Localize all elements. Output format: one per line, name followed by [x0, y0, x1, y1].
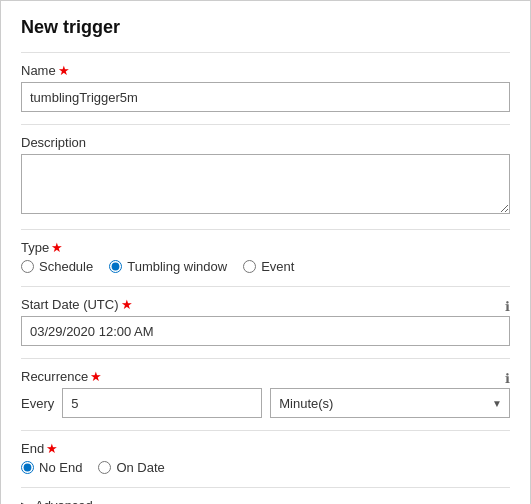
recurrence-unit-wrapper: Minute(s) Hour(s) Day(s) Week(s) Month(s…: [270, 388, 510, 418]
type-schedule-item[interactable]: Schedule: [21, 259, 93, 274]
every-label: Every: [21, 396, 54, 411]
type-event-item[interactable]: Event: [243, 259, 294, 274]
type-schedule-radio[interactable]: [21, 260, 34, 273]
end-field-group: End ★ No End On Date: [21, 441, 510, 475]
recurrence-label: Recurrence ★: [21, 369, 102, 384]
recurrence-unit-select[interactable]: Minute(s) Hour(s) Day(s) Week(s) Month(s…: [270, 388, 510, 418]
end-no-end-radio[interactable]: [21, 461, 34, 474]
type-schedule-label: Schedule: [39, 259, 93, 274]
recurrence-header: Recurrence ★ ℹ: [21, 369, 510, 388]
end-radio-group: No End On Date: [21, 460, 510, 475]
type-radio-group: Schedule Tumbling window Event: [21, 259, 510, 274]
start-date-required-star: ★: [121, 297, 133, 312]
type-event-label: Event: [261, 259, 294, 274]
description-divider: [21, 229, 510, 230]
start-date-info-icon[interactable]: ℹ: [505, 299, 510, 314]
description-label: Description: [21, 135, 510, 150]
end-label: End ★: [21, 441, 510, 456]
start-date-label: Start Date (UTC) ★: [21, 297, 133, 312]
name-input[interactable]: [21, 82, 510, 112]
recurrence-divider: [21, 430, 510, 431]
new-trigger-panel: New trigger Name ★ Description Type ★ Sc…: [0, 0, 531, 504]
start-date-header: Start Date (UTC) ★ ℹ: [21, 297, 510, 316]
recurrence-row: Every Minute(s) Hour(s) Day(s) Week(s) M…: [21, 388, 510, 418]
description-input[interactable]: [21, 154, 510, 214]
end-required-star: ★: [46, 441, 58, 456]
type-tumbling-radio[interactable]: [109, 260, 122, 273]
start-date-field-group: Start Date (UTC) ★ ℹ: [21, 297, 510, 346]
end-on-date-radio[interactable]: [98, 461, 111, 474]
type-field-group: Type ★ Schedule Tumbling window Event: [21, 240, 510, 274]
recurrence-field-group: Recurrence ★ ℹ Every Minute(s) Hour(s) D…: [21, 369, 510, 418]
recurrence-info-icon[interactable]: ℹ: [505, 371, 510, 386]
recurrence-required-star: ★: [90, 369, 102, 384]
end-on-date-label: On Date: [116, 460, 164, 475]
name-required-star: ★: [58, 63, 70, 78]
description-field-group: Description: [21, 135, 510, 217]
end-no-end-label: No End: [39, 460, 82, 475]
name-divider: [21, 124, 510, 125]
end-on-date-item[interactable]: On Date: [98, 460, 164, 475]
type-event-radio[interactable]: [243, 260, 256, 273]
type-divider: [21, 286, 510, 287]
advanced-section[interactable]: ▶ Advanced: [21, 498, 510, 504]
advanced-label: Advanced: [35, 498, 93, 504]
end-no-end-item[interactable]: No End: [21, 460, 82, 475]
panel-title: New trigger: [21, 17, 510, 38]
advanced-chevron-icon: ▶: [21, 500, 29, 504]
type-required-star: ★: [51, 240, 63, 255]
type-tumbling-item[interactable]: Tumbling window: [109, 259, 227, 274]
name-label: Name ★: [21, 63, 510, 78]
start-date-input[interactable]: [21, 316, 510, 346]
title-divider: [21, 52, 510, 53]
type-tumbling-label: Tumbling window: [127, 259, 227, 274]
recurrence-value-input[interactable]: [62, 388, 262, 418]
start-date-divider: [21, 358, 510, 359]
end-divider: [21, 487, 510, 488]
type-label: Type ★: [21, 240, 510, 255]
name-field-group: Name ★: [21, 63, 510, 112]
